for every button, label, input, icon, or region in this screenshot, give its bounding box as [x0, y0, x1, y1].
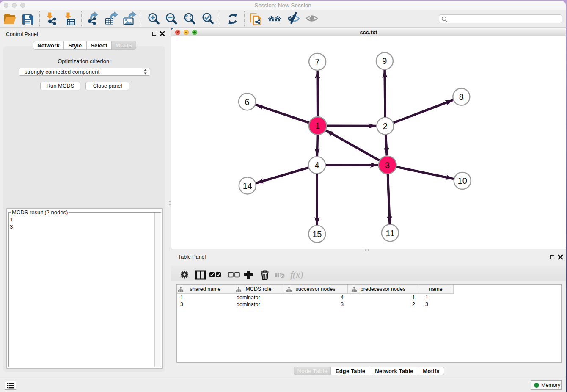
svg-text:4: 4: [314, 160, 319, 170]
svg-text:1: 1: [315, 121, 320, 130]
svg-text:f(x): f(x): [290, 269, 303, 280]
svg-text:11: 11: [386, 229, 395, 238]
svg-text:15: 15: [312, 229, 322, 239]
svg-text:8: 8: [459, 92, 464, 102]
svg-text:3: 3: [385, 160, 390, 170]
svg-text:10: 10: [458, 176, 467, 185]
svg-text:9: 9: [382, 56, 387, 66]
svg-text:7: 7: [315, 57, 320, 66]
svg-text:6: 6: [245, 97, 250, 107]
svg-text:14: 14: [243, 181, 252, 190]
svg-text:2: 2: [383, 121, 388, 131]
